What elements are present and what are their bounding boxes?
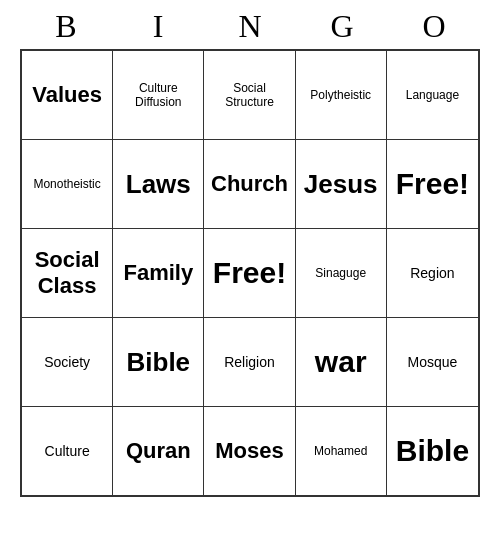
bingo-cell: Monotheistic	[22, 140, 113, 228]
bingo-cell: Church	[204, 140, 295, 228]
bingo-cell: Bible	[113, 318, 204, 406]
bingo-cell: Polytheistic	[296, 51, 387, 139]
bingo-grid: ValuesCulture DiffusionSocial StructureP…	[20, 49, 480, 497]
bingo-cell: Mosque	[387, 318, 478, 406]
bingo-cell: Sinaguge	[296, 229, 387, 317]
bingo-cell: Jesus	[296, 140, 387, 228]
bingo-cell: Social Class	[22, 229, 113, 317]
bingo-header: B I N G O	[20, 0, 480, 49]
bingo-cell: Culture Diffusion	[113, 51, 204, 139]
bingo-cell: Region	[387, 229, 478, 317]
bingo-row: MonotheisticLawsChurchJesusFree!	[22, 140, 478, 229]
bingo-cell: war	[296, 318, 387, 406]
bingo-row: ValuesCulture DiffusionSocial StructureP…	[22, 51, 478, 140]
bingo-cell: Culture	[22, 407, 113, 495]
bingo-cell: Moses	[204, 407, 295, 495]
bingo-cell: Bible	[387, 407, 478, 495]
letter-g: G	[300, 8, 384, 45]
bingo-cell: Values	[22, 51, 113, 139]
bingo-cell: Society	[22, 318, 113, 406]
bingo-cell: Quran	[113, 407, 204, 495]
letter-b: B	[24, 8, 108, 45]
bingo-cell: Social Structure	[204, 51, 295, 139]
bingo-cell: Free!	[387, 140, 478, 228]
bingo-cell: Language	[387, 51, 478, 139]
letter-n: N	[208, 8, 292, 45]
bingo-cell: Family	[113, 229, 204, 317]
bingo-cell: Mohamed	[296, 407, 387, 495]
bingo-row: SocietyBibleReligionwarMosque	[22, 318, 478, 407]
bingo-cell: Free!	[204, 229, 295, 317]
bingo-cell: Laws	[113, 140, 204, 228]
bingo-cell: Religion	[204, 318, 295, 406]
letter-i: I	[116, 8, 200, 45]
letter-o: O	[392, 8, 476, 45]
bingo-row: CultureQuranMosesMohamedBible	[22, 407, 478, 495]
bingo-row: Social ClassFamilyFree!SinagugeRegion	[22, 229, 478, 318]
